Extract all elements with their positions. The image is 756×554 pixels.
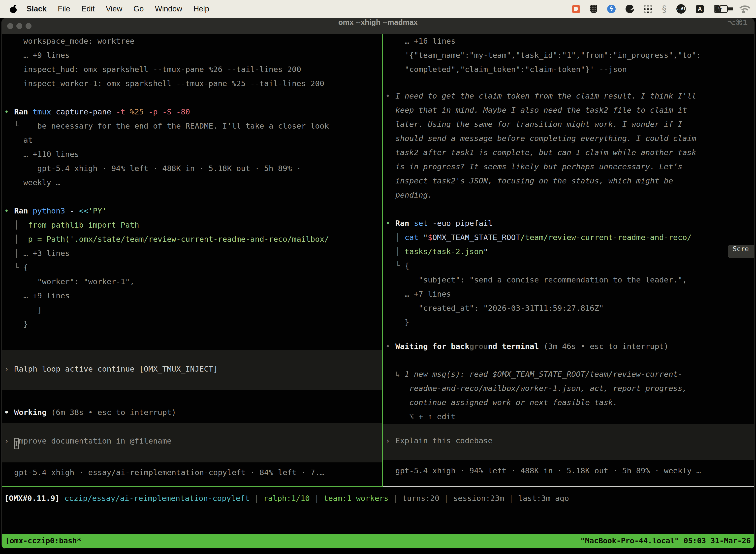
spacer [14, 462, 14, 465]
status-segment: | [310, 494, 324, 503]
terminal-line: "worker": "worker-1", [14, 275, 382, 289]
terminal-line: readme-and-reco/mailbox/worker-1.json, a… [395, 381, 755, 395]
terminal-text: $ [428, 233, 433, 242]
terminal-text: p = Path('.omx/state/team/review-current… [28, 234, 329, 243]
terminal-text: " [484, 247, 488, 256]
terminal-text: "subject": "send a concise recommendatio… [395, 275, 687, 284]
terminal-text: is in progress? It seems likely but perh… [395, 162, 682, 171]
terminal-line: │ from pathlib import Path [14, 218, 382, 232]
line-bullet: • [4, 204, 9, 218]
menu-items: FileEditViewGoWindowHelp [58, 4, 220, 13]
thinking-line: should send a message before completing … [395, 131, 755, 146]
right-terminal-pane[interactable]: … +16 lines '{"team_name":"my-team","tas… [395, 34, 755, 478]
status-segment: | [439, 494, 453, 503]
menu-item-go[interactable]: Go [133, 4, 144, 13]
status-segment: | [388, 494, 402, 503]
terminal-text: Waiting for back [395, 342, 469, 351]
ran-command-line: •Ran tmux capture-pane -t %25 -p -S -80 [14, 105, 382, 119]
line-bullet: • [385, 89, 390, 103]
model-status-line: gpt-5.4 xhigh · essay/ai-reimplementatio… [14, 465, 382, 480]
terminal-text: python3 [33, 206, 70, 215]
terminal-line: ↳ 1 new msg(s): read $OMX_TEAM_STATE_ROO… [395, 367, 755, 381]
terminal-text: set [414, 219, 433, 228]
line-bullet: • [4, 405, 9, 420]
ran-command-line: •Ran set -euo pipefail [395, 216, 755, 230]
chat-app-icon[interactable] [572, 5, 580, 13]
battery-percent-badge-icon[interactable]: ..61 [676, 4, 686, 14]
terminal-text: gpt-5.4 xhigh · 94% left · 488K in · 5.1… [395, 466, 701, 475]
terminal-line: │ p = Path('.omx/state/team/review-curre… [14, 232, 382, 246]
terminal-line: inspect_hud: omx sparkshell --tmux-pane … [14, 62, 382, 76]
terminal-text: Working [14, 408, 51, 417]
terminal-text: -t [116, 107, 130, 116]
terminal-text: … +110 lines [14, 150, 79, 159]
thinking-line: pending. [395, 188, 755, 202]
terminal-text: ] [14, 305, 42, 314]
dots-grid-icon[interactable] [644, 5, 652, 13]
terminal-text: I need to get the claim token from the c… [395, 91, 696, 100]
shield-icon[interactable] [590, 5, 597, 13]
terminal-window: omx --xhigh --madmax ⌥⌘1 workspace_mode:… [1, 18, 755, 549]
input-source-icon[interactable]: A [696, 5, 704, 13]
thinking-line: •I need to get the claim token from the … [395, 89, 755, 103]
prompt-input-line[interactable]: ›Improve documentation in @filename [14, 434, 382, 448]
terminal-text: Ran [14, 206, 33, 215]
spacer [395, 329, 396, 339]
terminal-text: nd terminal [488, 342, 544, 351]
window-title: omx --xhigh --madmax [2, 18, 754, 34]
waiting-status: •Waiting for background terminal (3m 46s… [395, 339, 755, 353]
window-shortcut-hint: ⌥⌘1 [727, 18, 748, 34]
sync-activity-icon[interactable] [607, 5, 616, 13]
terminal-text: inspect_hud: omx sparkshell --tmux-pane … [14, 65, 301, 74]
prompt-input-line[interactable]: ›Explain this codebase [395, 434, 755, 448]
terminal-text: (3m 46s • esc to interrupt) [544, 342, 669, 351]
terminal-text: '{"team_name":"my-team","task_id":"1","f… [395, 51, 701, 60]
menu-item-window[interactable]: Window [155, 4, 182, 13]
terminal-line: ] [14, 303, 382, 317]
browser-icon[interactable] [626, 5, 634, 13]
menu-item-app[interactable]: Slack [26, 4, 47, 13]
apple-menu-icon[interactable] [10, 5, 17, 13]
terminal-text: └ [395, 261, 404, 270]
model-status-line: gpt-5.4 xhigh · 94% left · 488K in · 5.1… [395, 464, 755, 478]
menu-item-edit[interactable]: Edit [81, 4, 94, 13]
status-segment: cczip/essay/ai-reimplementation-copyleft [64, 494, 250, 503]
left-terminal-pane[interactable]: workspace_mode: worktree … +9 lines insp… [14, 34, 382, 480]
hook-icon[interactable] [662, 4, 667, 13]
terminal-text: gpt-5.4 xhigh · essay/ai-reimplementatio… [14, 468, 324, 477]
thinking-line: is in progress? It seems likely but perh… [395, 160, 755, 174]
status-segment: session:23m [453, 494, 504, 503]
spacer [395, 353, 396, 367]
menu-item-file[interactable]: File [58, 4, 70, 13]
terminal-text: gpt-5.4 xhigh · 94% left · 488K in · 5.1… [14, 164, 301, 173]
thinking-line: later. Using the same for transition mig… [395, 117, 755, 131]
ralph-loop-notice: ›Ralph loop active continue [OMX_TMUX_IN… [14, 362, 382, 376]
menu-status-icons: ..61A [572, 4, 750, 14]
battery-icon[interactable] [714, 5, 728, 13]
terminal-text: weekly … [14, 178, 61, 187]
terminal-text: - [70, 206, 79, 215]
terminal-line: } [395, 315, 755, 329]
terminal-line: at [14, 133, 382, 147]
terminal-text: 'PY' [88, 206, 107, 215]
terminal-text: -p [148, 107, 162, 116]
terminal-line: … +9 lines [14, 289, 382, 303]
menu-item-view[interactable]: View [106, 4, 122, 13]
pane-divider[interactable] [382, 34, 383, 487]
tmux-host-time: "MacBook-Pro-44.local" 05:03 31-Mar-26 [581, 534, 751, 548]
terminal-text: … +9 lines [14, 291, 70, 300]
terminal-line: weekly … [14, 175, 382, 189]
terminal-text: … +7 lines [395, 289, 451, 298]
terminal-text: │ [14, 249, 23, 258]
menu-item-help[interactable]: Help [193, 4, 209, 13]
status-segment [60, 494, 64, 503]
wifi-icon[interactable] [738, 5, 750, 13]
line-bullet: • [4, 105, 9, 119]
terminal-line: … +9 lines [14, 48, 382, 62]
terminal-line: inspect_worker-1: omx sparkshell --tmux-… [14, 76, 382, 91]
terminal-line: … +16 lines [395, 34, 755, 48]
window-titlebar[interactable]: omx --xhigh --madmax ⌥⌘1 [2, 18, 754, 34]
thinking-line: task2 after task1 is complete, but can I… [395, 146, 755, 160]
terminal-line: ⌥ + ↑ edit [395, 409, 755, 424]
terminal-text: keep that in mind. Maybe I also need the… [395, 106, 687, 114]
